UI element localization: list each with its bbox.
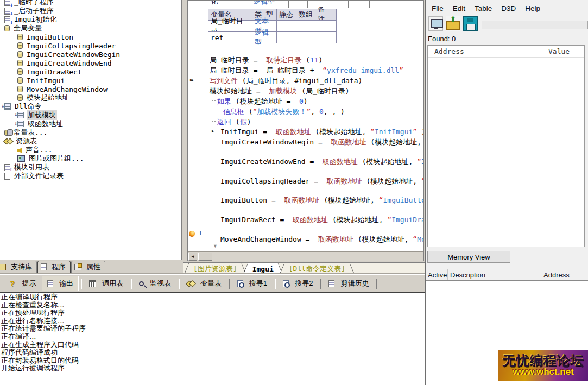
- toolbar-button-提示[interactable]: ?提示: [4, 276, 42, 291]
- code-line[interactable]: ImguiCreateWindowEnd = 取函数地址 (模块起始地址, “I…: [188, 157, 423, 166]
- tree-item[interactable]: 资源表: [0, 137, 181, 146]
- value-column-header[interactable]: Value: [545, 47, 570, 55]
- run-position-icon: ▸▸: [190, 77, 193, 83]
- output-line: 正在封装易格式目的代码: [1, 357, 425, 365]
- toolbar-button-输出[interactable]: 输出: [42, 276, 79, 291]
- menu-edit[interactable]: Edit: [453, 4, 471, 12]
- code-line[interactable]: 信息框 (“加载模块失败！”, 0, , ): [188, 107, 423, 116]
- code-line[interactable]: MoveAndChangeWindow = 取函数地址 (模块起始地址, “Mo…: [188, 235, 423, 244]
- code-line[interactable]: ImguiCreateWindowBegin = 取函数地址 (模块起始地址, …: [188, 137, 423, 147]
- toolbar-button-label: 提示: [22, 279, 36, 288]
- dll-icon: [17, 121, 24, 127]
- toolbar-button-监视表[interactable]: 监视表: [134, 276, 176, 291]
- tree-item[interactable]: ImguiCreateWindowEnd: [0, 59, 181, 67]
- code-line[interactable]: 写到文件 (局_临时目录, #imgui_dll_data): [188, 76, 423, 85]
- tree-item[interactable]: 取函数地址: [0, 119, 181, 128]
- toolbar-button-调用表[interactable]: 调用表: [84, 276, 129, 291]
- workspace-tab-属性[interactable]: 属性: [71, 261, 105, 273]
- output-line: 正在编译现行程序: [1, 293, 425, 301]
- properties-icon: [74, 264, 81, 270]
- toolbar-separator: [376, 279, 377, 289]
- tree-item[interactable]: 加载模块: [0, 111, 181, 119]
- editor-tab-[Dll命令定义表][interactable]: [Dll命令定义表]: [280, 263, 355, 274]
- toolbar-button-搜寻1[interactable]: 搜寻1: [232, 276, 273, 291]
- tab-label: 支持库: [11, 262, 32, 272]
- tab-label: 程序: [52, 262, 66, 272]
- address-column-header[interactable]: Address: [428, 46, 545, 57]
- tree-item[interactable]: ImguiDrawRect: [0, 67, 181, 76]
- menu-bar: FileEditTableD3DHelp: [426, 0, 588, 15]
- active-column-header[interactable]: Active: [426, 269, 448, 280]
- code-line[interactable]: 如果 (模块起始地址 = 0): [188, 97, 423, 106]
- workspace-tab-程序[interactable]: 程序: [37, 261, 71, 273]
- editor-horizontal-scrollbar[interactable]: ◄: [188, 251, 423, 261]
- dll-icon: [4, 103, 11, 110]
- code-editor[interactable]: Imgui初始化 逻辑型 变量名 类 型 静态 数组 备 注 局_临时目录 文本…: [187, 0, 424, 261]
- address-column-header[interactable]: Address: [541, 271, 570, 279]
- workspace-tab-支持库[interactable]: 支持库: [0, 261, 37, 273]
- save-table-icon[interactable]: [463, 16, 478, 31]
- tree-item[interactable]: 模块引用表: [0, 163, 181, 172]
- tree-item[interactable]: Dll命令: [0, 102, 181, 111]
- tree-item[interactable]: 常量表...: [0, 128, 181, 137]
- tree-item[interactable]: 模块起始地址: [0, 93, 181, 102]
- description-column-header[interactable]: Description: [448, 269, 541, 280]
- search-icon: [237, 280, 243, 287]
- toolbar-button-label: 输出: [59, 279, 73, 288]
- tree-item-label: ImguiDrawRect: [26, 68, 83, 76]
- vartable-icon: [187, 280, 194, 287]
- code-line[interactable]: ImguiDrawRect = 取函数地址 (模块起始地址, “ImguiDra…: [188, 215, 423, 224]
- tree-item[interactable]: 图片或图片组...: [0, 154, 181, 163]
- menu-help[interactable]: Help: [525, 4, 546, 12]
- tree-item[interactable]: 声音...: [0, 146, 181, 154]
- tree-item[interactable]: 外部文件记录表: [0, 172, 181, 180]
- code-line[interactable]: ImguiCollapsingHeader = 取函数地址 (模块起始地址, “…: [188, 176, 423, 186]
- tree-item[interactable]: _启动子程序: [0, 7, 181, 15]
- project-tree-panel: _临时子程序_启动子程序Imgui初始化全局变量ImguiButtonImgui…: [0, 0, 182, 260]
- code-line[interactable]: 模块起始地址 = 加载模块 (局_临时目录): [188, 86, 423, 96]
- editor-tab-Imgui[interactable]: Imgui: [243, 263, 283, 274]
- toolbar-separator: [320, 279, 321, 289]
- code-line[interactable]: 返回 (假): [188, 117, 423, 127]
- select-process-icon[interactable]: [428, 16, 443, 31]
- memory-view-button[interactable]: Memory View: [427, 251, 510, 263]
- toolbar-button-搜寻2[interactable]: 搜寻2: [277, 276, 318, 291]
- toolbar-button-label: 搜寻1: [249, 279, 267, 288]
- tree-item[interactable]: ImguiCreateWindowBegin: [0, 50, 181, 59]
- code-line[interactable]: ImguiButton = 取函数地址 (模块起始地址, “ImguiButto…: [188, 195, 423, 205]
- compiler-output-panel: 正在编译现行程序正在检查重复名称...正在预处理现行程序正在进行名称连接...正…: [0, 292, 425, 385]
- scrollbar-thumb[interactable]: [198, 253, 212, 261]
- tree-item[interactable]: Imgui初始化: [0, 15, 181, 24]
- code-line[interactable]: 局_临时目录 = 取特定目录 (11): [188, 55, 423, 65]
- editor-tab-[图片资源表][interactable]: [图片资源表]: [184, 263, 246, 274]
- output-line: 正在生成主程序入口代码: [1, 341, 425, 349]
- editor-tab-bar: [图片资源表]Imgui[Dll命令定义表]: [183, 262, 425, 274]
- tab-label: [Dll命令定义表]: [280, 263, 354, 274]
- toolbar-button-剪辑历史[interactable]: 剪辑历史: [323, 276, 374, 291]
- menu-table[interactable]: Table: [475, 4, 497, 12]
- address-list-header: Active Description Address: [426, 269, 588, 281]
- menu-file[interactable]: File: [432, 4, 449, 12]
- tree-item[interactable]: ImguiButton: [0, 33, 181, 41]
- watermark-url: www.whct.net: [513, 367, 574, 377]
- tree-item[interactable]: MoveAndChangeWindow: [0, 85, 181, 93]
- output-line: 正在检查重复名称...: [1, 301, 425, 310]
- output-line: 正在进行名称连接...: [1, 317, 425, 325]
- variable-icon: [17, 94, 23, 101]
- scroll-left-icon[interactable]: ◄: [188, 253, 197, 261]
- calltable-icon: [89, 280, 96, 287]
- code-lines-area[interactable]: ▼ + 局_临时目录 = 取特定目录 (11)局_临时目录 = 局_临时目录 +…: [188, 1, 423, 251]
- tree-item[interactable]: InitImgui: [0, 76, 181, 85]
- scan-results-list[interactable]: Address Value: [427, 45, 585, 247]
- open-table-icon[interactable]: [446, 16, 460, 31]
- code-line[interactable]: InitImgui = 取函数地址 (模块起始地址, “InitImgui” ): [188, 127, 423, 136]
- tree-item[interactable]: ImguiCollapsingHeader: [0, 41, 181, 50]
- output-line: 正在编译...: [1, 333, 425, 341]
- code-line[interactable]: 局_临时目录 = 局_临时目录 + “yxfredu_imgui.dll”: [188, 66, 423, 75]
- menu-d3d[interactable]: D3D: [501, 4, 521, 12]
- toolbar-button-label: 监视表: [150, 279, 171, 288]
- program-icon: [41, 263, 47, 270]
- toolbar-button-变量表[interactable]: 变量表: [181, 276, 227, 291]
- scan-results-header: Address Value: [428, 46, 584, 58]
- tree-item[interactable]: 全局变量: [0, 24, 181, 33]
